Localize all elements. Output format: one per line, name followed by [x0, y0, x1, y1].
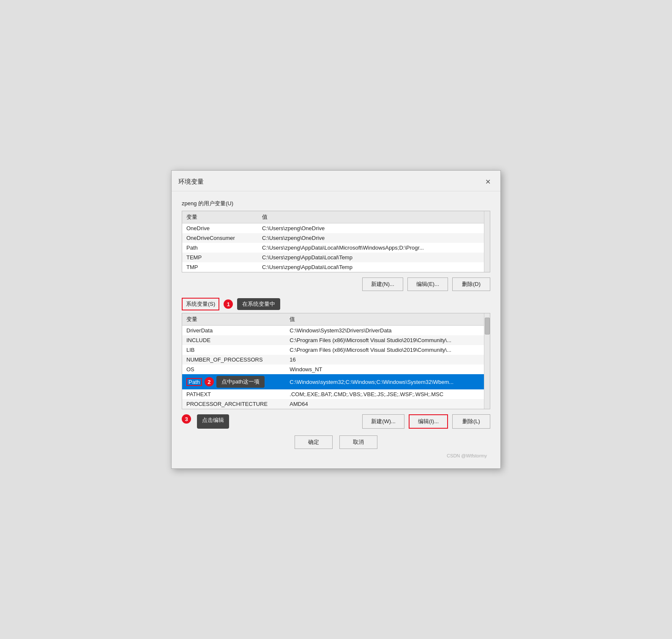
user-table-row[interactable]: TMPC:\Users\zpeng\AppData\Local\Temp [182, 262, 484, 272]
sys-val-cell: C:\Windows\System32\Drivers\DriverData [285, 326, 484, 336]
sys-var-cell: LIB [182, 345, 285, 355]
environment-variables-dialog: 环境变量 ✕ zpeng 的用户变量(U) 变量 值 OneDriveC:\Us… [171, 170, 501, 469]
sys-col-var: 变量 [182, 313, 285, 326]
sys-var-cell: INCLUDE [182, 335, 285, 345]
sys-var-cell: NUMBER_OF_PROCESSORS [182, 355, 285, 364]
sys-var-cell: Path2点中path这一项 [182, 374, 285, 389]
badge-3: 3 [182, 414, 191, 424]
sys-var-cell: OS [182, 364, 285, 374]
user-var-cell: OneDriveConsumer [182, 233, 258, 243]
user-var-cell: TEMP [182, 253, 258, 262]
sys-val-cell: C:\Program Files (x86)\Microsoft Visual … [285, 335, 484, 345]
user-table-row[interactable]: OneDriveC:\Users\zpeng\OneDrive [182, 223, 484, 234]
user-col-val: 值 [258, 211, 484, 223]
user-val-cell: C:\Users\zpeng\OneDrive [258, 233, 484, 243]
sys-val-cell: 16 [285, 355, 484, 364]
user-table-row[interactable]: PathC:\Users\zpeng\AppData\Local\Microso… [182, 243, 484, 253]
sys-table-row[interactable]: PATHEXT.COM;.EXE;.BAT;.CMD;.VBS;.VBE;.JS… [182, 389, 484, 399]
sys-val-cell: .COM;.EXE;.BAT;.CMD;.VBS;.VBE;.JS;.JSE;.… [285, 389, 484, 399]
user-new-button[interactable]: 新建(N)... [362, 277, 403, 291]
sys-section-title: 系统变量(S) [182, 298, 219, 310]
user-section-title: zpeng 的用户变量(U) [182, 200, 490, 207]
sys-buttons-row: 3 点击编辑 新建(W)... 编辑(I)... 删除(L) [182, 414, 490, 429]
sys-table-scroll-area: 变量 值 DriverDataC:\Windows\System32\Drive… [182, 313, 490, 409]
user-buttons-row: 新建(N)... 编辑(E)... 删除(D) [182, 277, 490, 291]
user-edit-button[interactable]: 编辑(E)... [407, 277, 448, 291]
user-table-row[interactable]: OneDriveConsumerC:\Users\zpeng\OneDrive [182, 233, 484, 243]
user-table-body: OneDriveC:\Users\zpeng\OneDriveOneDriveC… [182, 223, 484, 272]
user-val-cell: C:\Users\zpeng\AppData\Local\Temp [258, 253, 484, 262]
watermark: CSDN @Wtfstormy [182, 452, 490, 460]
sys-edit-button[interactable]: 编辑(I)... [409, 414, 448, 429]
sys-table-row[interactable]: LIBC:\Program Files (x86)\Microsoft Visu… [182, 345, 484, 355]
sys-val-cell: C:\Windows\system32;C:\Windows;C:\Window… [285, 374, 484, 389]
sys-var-cell: PATHEXT [182, 389, 285, 399]
title-bar: 环境变量 ✕ [172, 171, 500, 191]
user-variables-table-container: 变量 值 OneDriveC:\Users\zpeng\OneDriveOneD… [182, 211, 490, 272]
ok-button[interactable]: 确定 [295, 435, 333, 449]
sys-scrollbar-thumb [485, 318, 490, 334]
user-table-scroll-area: 变量 值 OneDriveC:\Users\zpeng\OneDriveOneD… [182, 211, 490, 272]
sys-var-cell: DriverData [182, 326, 285, 336]
sys-variables-table-container: 变量 值 DriverDataC:\Windows\System32\Drive… [182, 313, 490, 409]
user-var-cell: Path [182, 243, 258, 253]
user-delete-button[interactable]: 删除(D) [452, 277, 490, 291]
sys-col-val: 值 [285, 313, 484, 326]
cancel-button[interactable]: 取消 [339, 435, 377, 449]
sys-var-cell: PROCESSOR_ARCHITECTURE [182, 399, 285, 409]
sys-delete-button[interactable]: 删除(L) [452, 414, 490, 429]
user-var-cell: TMP [182, 262, 258, 272]
sys-table-row[interactable]: PROCESSOR_ARCHITECTUREAMD64 [182, 399, 484, 409]
sys-table-body: DriverDataC:\Windows\System32\Drivers\Dr… [182, 326, 484, 409]
footer-buttons-row: 确定 取消 [182, 435, 490, 452]
user-table-row[interactable]: TEMPC:\Users\zpeng\AppData\Local\Temp [182, 253, 484, 262]
user-table-scrollbar[interactable] [484, 211, 490, 272]
sys-table-row[interactable]: Path2点中path这一项C:\Windows\system32;C:\Win… [182, 374, 484, 389]
sys-val-cell: AMD64 [285, 399, 484, 409]
sys-table-row[interactable]: OSWindows_NT [182, 364, 484, 374]
sys-table-row[interactable]: DriverDataC:\Windows\System32\Drivers\Dr… [182, 326, 484, 336]
user-val-cell: C:\Users\zpeng\AppData\Local\Temp [258, 262, 484, 272]
sys-table-header-row: 变量 值 [182, 313, 484, 326]
user-var-cell: OneDrive [182, 223, 258, 234]
sys-val-cell: C:\Program Files (x86)\Microsoft Visual … [285, 345, 484, 355]
user-variables-table: 变量 值 OneDriveC:\Users\zpeng\OneDriveOneD… [182, 211, 484, 272]
badge-1: 1 [224, 299, 233, 309]
sys-table-row[interactable]: NUMBER_OF_PROCESSORS16 [182, 355, 484, 364]
dialog-body: zpeng 的用户变量(U) 变量 值 OneDriveC:\Users\zpe… [172, 191, 500, 468]
user-val-cell: C:\Users\zpeng\OneDrive [258, 223, 484, 234]
user-val-cell: C:\Users\zpeng\AppData\Local\Microsoft\W… [258, 243, 484, 253]
tooltip-1: 在系统变量中 [237, 298, 280, 310]
user-table-header-row: 变量 值 [182, 211, 484, 223]
sys-new-button[interactable]: 新建(W)... [362, 414, 404, 429]
close-button[interactable]: ✕ [482, 176, 494, 188]
sys-val-cell: Windows_NT [285, 364, 484, 374]
sys-table-scrollbar[interactable] [484, 313, 490, 409]
sys-section-label-row: 系统变量(S) 1 在系统变量中 [182, 298, 490, 310]
dialog-title: 环境变量 [178, 178, 204, 186]
sys-table-row[interactable]: INCLUDEC:\Program Files (x86)\Microsoft … [182, 335, 484, 345]
tooltip-3: 点击编辑 [197, 414, 229, 429]
sys-variables-table: 变量 值 DriverDataC:\Windows\System32\Drive… [182, 313, 484, 409]
user-col-var: 变量 [182, 211, 258, 223]
